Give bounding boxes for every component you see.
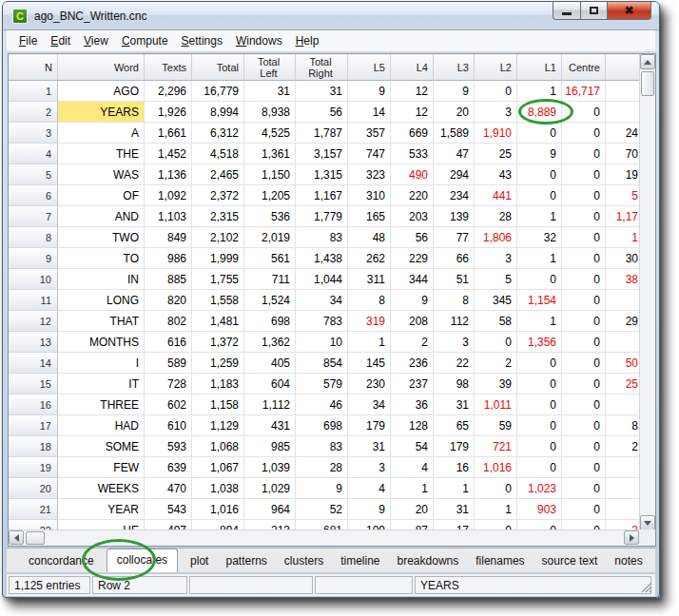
scroll-left-button[interactable]	[9, 530, 24, 545]
word-cell[interactable]: AGO	[58, 81, 145, 102]
table-cell[interactable]: 2,465	[192, 164, 244, 185]
table-cell[interactable]: 4,525	[244, 123, 296, 144]
table-cell[interactable]: 698	[296, 415, 348, 436]
table-cell[interactable]: 229	[391, 248, 434, 269]
column-header-total-left[interactable]: Total Left	[244, 54, 296, 81]
row-number[interactable]: 14	[9, 353, 58, 374]
table-cell[interactable]: 31	[244, 81, 296, 102]
table-cell[interactable]: 6,312	[192, 123, 244, 144]
horizontal-scrollbar[interactable]	[9, 529, 639, 546]
tab-plot[interactable]: plot	[182, 550, 217, 572]
table-cell[interactable]: 1,524	[244, 290, 296, 311]
table-cell[interactable]: 12	[391, 81, 434, 102]
word-cell[interactable]: TWO	[58, 227, 145, 248]
table-cell[interactable]: 0	[562, 311, 606, 332]
table-cell[interactable]: 490	[391, 164, 434, 185]
table-cell[interactable]: 43	[475, 164, 517, 185]
row-number[interactable]: 1	[9, 81, 58, 102]
table-cell[interactable]: 0	[562, 248, 606, 269]
table-cell[interactable]: 728	[145, 374, 192, 395]
table-cell[interactable]: 262	[348, 248, 391, 269]
table-cell[interactable]: 2,372	[192, 185, 244, 206]
table-cell[interactable]: 31	[296, 81, 348, 102]
table-cell[interactable]: 58	[475, 311, 517, 332]
row-number[interactable]: 10	[9, 269, 58, 290]
tab-breakdowns[interactable]: breakdowns	[389, 550, 468, 572]
table-cell[interactable]: 5	[606, 185, 639, 206]
maximize-button[interactable]	[581, 2, 608, 20]
table-cell[interactable]: 854	[296, 353, 348, 374]
table-cell[interactable]: 8	[434, 290, 475, 311]
table-cell[interactable]: 1	[434, 478, 475, 499]
table-cell[interactable]: 698	[244, 311, 296, 332]
table-cell[interactable]: 0	[562, 478, 606, 499]
table-cell[interactable]: 1,259	[192, 353, 244, 374]
table-cell[interactable]: 1	[517, 248, 562, 269]
tab-collocates[interactable]: collocates	[107, 549, 178, 572]
table-cell[interactable]: 2,315	[192, 206, 244, 227]
table-cell[interactable]: 616	[145, 332, 192, 353]
table-cell[interactable]: 8	[606, 415, 639, 436]
table-cell[interactable]: 849	[145, 227, 192, 248]
resize-grip-icon[interactable]	[640, 581, 652, 593]
table-cell[interactable]: 2	[391, 332, 434, 353]
tab-patterns[interactable]: patterns	[217, 550, 275, 572]
table-cell[interactable]: 22	[434, 353, 475, 374]
row-number[interactable]: 9	[9, 248, 58, 269]
table-cell[interactable]: 0	[562, 499, 606, 520]
table-cell[interactable]: 236	[391, 353, 434, 374]
table-cell[interactable]: 1,023	[517, 478, 562, 499]
table-cell[interactable]: 70	[606, 144, 639, 164]
table-cell[interactable]: 1,038	[192, 478, 244, 499]
table-cell[interactable]: 1	[391, 478, 434, 499]
table-cell[interactable]: 536	[244, 206, 296, 227]
table-cell[interactable]: 12	[391, 102, 434, 123]
word-cell[interactable]: OF	[58, 185, 145, 206]
table-cell[interactable]: 1	[348, 332, 391, 353]
word-cell[interactable]: THAT	[58, 311, 145, 332]
table-cell[interactable]: 0	[475, 478, 517, 499]
table-cell[interactable]: 0	[562, 374, 606, 395]
table-cell[interactable]: 1,661	[145, 123, 192, 144]
table-cell[interactable]: 25	[475, 144, 517, 164]
table-cell[interactable]: 38	[606, 269, 639, 290]
table-cell[interactable]: 0	[562, 290, 606, 311]
table-cell[interactable]: 0	[562, 353, 606, 374]
table-cell[interactable]: 54	[391, 436, 434, 457]
table-cell[interactable]: 9	[348, 81, 391, 102]
row-number[interactable]: 13	[9, 332, 58, 353]
table-cell[interactable]: 179	[348, 415, 391, 436]
column-header-n[interactable]: N	[9, 54, 58, 81]
table-cell[interactable]: 1,315	[296, 164, 348, 185]
column-header-total[interactable]: Total	[192, 54, 244, 81]
word-cell[interactable]: THREE	[58, 395, 145, 415]
table-cell[interactable]: 294	[434, 164, 475, 185]
table-cell[interactable]: 1,167	[296, 185, 348, 206]
table-cell[interactable]: 128	[391, 415, 434, 436]
table-cell[interactable]: 203	[391, 206, 434, 227]
tab-clusters[interactable]: clusters	[276, 550, 332, 572]
table-cell[interactable]: 0	[517, 457, 562, 478]
table-cell[interactable]: 711	[244, 269, 296, 290]
table-cell[interactable]: 0	[562, 164, 606, 185]
menu-item-windows[interactable]: Windows	[229, 31, 289, 50]
table-cell[interactable]: 47	[434, 144, 475, 164]
table-cell[interactable]: 34	[296, 290, 348, 311]
table-cell[interactable]: 30	[606, 248, 639, 269]
row-number[interactable]: 20	[9, 478, 58, 499]
word-cell[interactable]: AND	[58, 206, 145, 227]
table-cell[interactable]: 1,011	[475, 395, 517, 415]
table-cell[interactable]: 1,129	[192, 415, 244, 436]
table-cell[interactable]: 2,019	[244, 227, 296, 248]
table-cell[interactable]: 34	[348, 395, 391, 415]
table-cell[interactable]: 3,157	[296, 144, 348, 164]
table-cell[interactable]: 1,016	[192, 499, 244, 520]
column-header-word[interactable]: Word	[58, 54, 145, 81]
menu-item-edit[interactable]: Edit	[44, 31, 77, 50]
table-cell[interactable]: 8,938	[244, 102, 296, 123]
table-cell[interactable]: 747	[348, 144, 391, 164]
table-cell[interactable]: 29	[606, 311, 639, 332]
table-cell[interactable]: 1	[517, 206, 562, 227]
table-cell[interactable]: 20	[434, 102, 475, 123]
table-cell[interactable]: 610	[145, 415, 192, 436]
